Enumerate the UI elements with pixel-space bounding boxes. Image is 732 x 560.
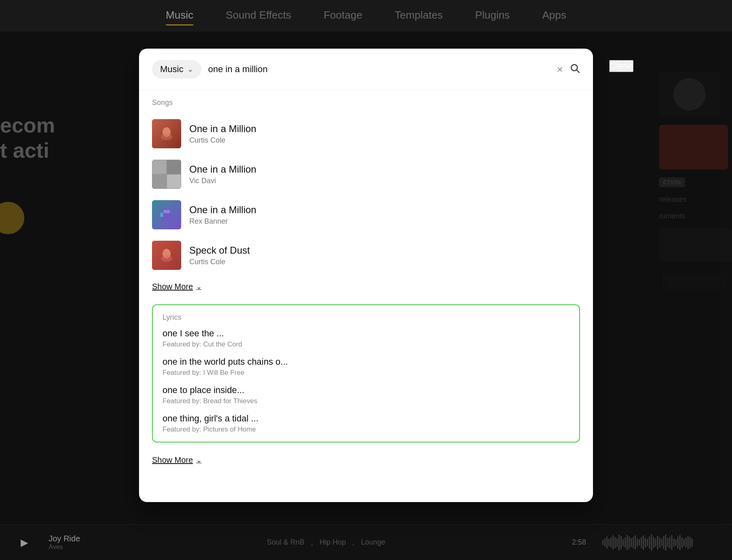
lyric-item[interactable]: one to place inside... Featured by: Brea… [163,385,569,405]
lyrics-show-more-chevron-icon: ⌄ [196,456,201,464]
song-item[interactable]: One in a Million Vic Davi [152,154,580,195]
song-info-4: Speck of Dust Curtis Cole [189,245,250,266]
songs-show-more-label: Show More [152,282,193,291]
song-info-1: One in a Million Curtis Cole [189,123,256,145]
chevron-down-icon: ⌄ [187,65,193,74]
lyrics-show-more-button[interactable]: Show More ⌄ [152,452,201,468]
search-actions: × [557,63,580,76]
lyric-item[interactable]: one in the world puts chains o... Featur… [163,357,569,377]
song-thumbnail-4 [152,241,181,270]
songs-show-more-chevron-icon: ⌄ [196,283,201,291]
song-thumbnail-1 [152,119,181,148]
lyric-featured-4: Featured by: Pictures of Home [163,425,569,434]
category-label: Music [160,64,183,75]
songs-show-more-button[interactable]: Show More ⌄ [152,279,201,295]
lyric-text-4: one thing, girl's a tidal ... [163,413,569,424]
svg-line-1 [577,70,579,72]
lyric-item[interactable]: one thing, girl's a tidal ... Featured b… [163,413,569,434]
song-info-3: One in a Million Rex Banner [189,204,256,226]
search-modal: Close Music ⌄ × Songs [139,49,593,502]
lyric-featured-3: Featured by: Bread for Thieves [163,397,569,405]
close-button[interactable]: Close [609,60,634,72]
lyric-item[interactable]: one I see the ... Featured by: Cut the C… [163,328,569,348]
svg-point-8 [161,255,172,262]
song-thumbnail-2 [152,160,181,189]
songs-section: Songs One in a Million Curtis Cole [152,98,580,295]
song-title-3: One in a Million [189,204,256,216]
song-artist-2: Vic Davi [189,177,256,185]
song-artist-1: Curtis Cole [189,136,256,145]
song-info-2: One in a Million Vic Davi [189,164,256,185]
lyric-featured-2: Featured by: I Will Be Free [163,369,569,377]
lyric-text-2: one in the world puts chains o... [163,357,569,367]
search-input[interactable] [208,64,550,75]
song-title-2: One in a Million [189,164,256,175]
song-item[interactable]: Speck of Dust Curtis Cole [152,235,580,276]
lyrics-show-more-label: Show More [152,455,193,465]
song-artist-4: Curtis Cole [189,258,250,266]
modal-content: Songs One in a Million Curtis Cole [139,90,593,486]
lyric-text-1: one I see the ... [163,328,569,339]
svg-rect-5 [163,210,170,213]
lyrics-list: one I see the ... Featured by: Cut the C… [163,328,569,434]
lyric-text-3: one to place inside... [163,385,569,395]
lyrics-section: Lyrics one I see the ... Featured by: Cu… [152,304,580,442]
song-item[interactable]: One in a Million Curtis Cole [152,113,580,154]
song-artist-3: Rex Banner [189,217,256,226]
song-title-1: One in a Million [189,123,256,135]
category-selector[interactable]: Music ⌄ [152,60,201,79]
search-icon [569,63,580,76]
songs-section-label: Songs [152,98,580,107]
search-input-wrapper [208,64,550,75]
lyrics-section-label: Lyrics [163,313,569,322]
svg-rect-6 [161,213,163,217]
search-bar: Music ⌄ × [139,49,593,90]
clear-button[interactable]: × [557,64,563,75]
song-list: One in a Million Curtis Cole [152,113,580,276]
song-item[interactable]: One in a Million Rex Banner [152,195,580,235]
song-title-4: Speck of Dust [189,245,250,256]
lyric-featured-1: Featured by: Cut the Cord [163,340,569,348]
song-thumbnail-3 [152,200,181,229]
svg-point-3 [161,134,172,140]
